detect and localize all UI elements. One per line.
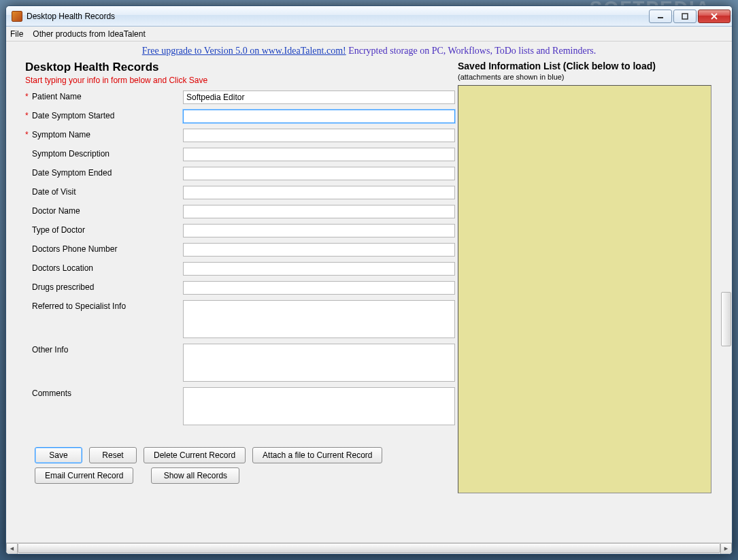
label-doctors-phone: Doctors Phone Number: [32, 244, 117, 254]
label-date-of-visit: Date of Visit: [32, 187, 76, 197]
saved-list-box[interactable]: [458, 85, 711, 493]
input-date-symptom-started[interactable]: [183, 110, 455, 123]
saved-list-panel: Saved Information List (Click below to l…: [455, 59, 732, 554]
input-drugs-prescribed[interactable]: [183, 281, 455, 295]
input-doctor-name[interactable]: [183, 205, 455, 218]
label-referred-specialist: Referred to Specialist Info: [32, 301, 126, 311]
vertical-scrollbar[interactable]: [720, 95, 732, 542]
label-other-info: Other Info: [32, 345, 68, 355]
form-panel: Desktop Health Records Start typing your…: [6, 59, 455, 554]
label-patient-name: Patient Name: [32, 92, 82, 101]
required-marker: *: [25, 111, 32, 120]
label-date-symptom-ended: Date Symptom Ended: [32, 168, 112, 178]
minimize-button[interactable]: [649, 10, 672, 23]
input-date-of-visit[interactable]: [183, 186, 455, 199]
label-doctors-location: Doctors Location: [32, 263, 93, 273]
svg-rect-1: [682, 14, 688, 19]
row-comments: Comments: [25, 387, 455, 425]
row-other-info: Other Info: [25, 344, 455, 382]
menu-other-products[interactable]: Other products from IdeaTalent: [33, 29, 145, 39]
row-date-of-visit: Date of Visit: [25, 186, 455, 199]
app-icon: [12, 11, 22, 22]
saved-list-heading: Saved Information List (Click below to l…: [458, 61, 711, 71]
required-marker: *: [25, 92, 32, 101]
button-row-1: Save Reset Delete Current Record Attach …: [25, 447, 455, 463]
row-doctors-location: Doctors Location: [25, 262, 455, 276]
input-other-info[interactable]: [183, 344, 455, 382]
maximize-button[interactable]: [673, 10, 697, 23]
scroll-track[interactable]: [18, 543, 720, 555]
row-type-of-doctor: Type of Doctor: [25, 224, 455, 237]
input-referred-specialist[interactable]: [183, 300, 455, 338]
show-all-records-button[interactable]: Show all Records: [151, 467, 239, 484]
delete-record-button[interactable]: Delete Current Record: [144, 447, 246, 463]
label-symptom-name: Symptom Name: [32, 130, 90, 139]
minimize-icon: [657, 13, 664, 20]
label-drugs-prescribed: Drugs prescribed: [32, 282, 94, 292]
form-subheading: Start typing your info in form below and…: [25, 76, 455, 85]
row-date-symptom-started: *Date Symptom Started: [25, 110, 455, 123]
titlebar[interactable]: Desktop Health Records: [6, 6, 732, 27]
input-patient-name[interactable]: [183, 90, 455, 104]
row-patient-name: *Patient Name: [25, 90, 455, 104]
row-date-symptom-ended: Date Symptom Ended: [25, 167, 455, 180]
row-referred-specialist: Referred to Specialist Info: [25, 300, 455, 338]
input-type-of-doctor[interactable]: [183, 224, 455, 237]
row-doctors-phone: Doctors Phone Number: [25, 243, 455, 257]
vertical-scroll-thumb[interactable]: [721, 292, 731, 346]
window-controls: [648, 10, 731, 23]
app-window: Desktop Health Records File Other produc…: [5, 5, 733, 555]
close-button[interactable]: [698, 10, 731, 23]
input-doctors-location[interactable]: [183, 262, 455, 276]
row-drugs-prescribed: Drugs prescribed: [25, 281, 455, 295]
label-doctor-name: Doctor Name: [32, 206, 80, 216]
label-date-symptom-started: Date Symptom Started: [32, 111, 114, 120]
horizontal-scrollbar[interactable]: ◄ ►: [6, 542, 732, 554]
input-date-symptom-ended[interactable]: [183, 167, 455, 180]
reset-button[interactable]: Reset: [89, 447, 137, 463]
horizontal-scroll-thumb[interactable]: [18, 543, 720, 553]
row-symptom-description: Symptom Description: [25, 148, 455, 161]
saved-list-sub: (attachments are shown in blue): [458, 73, 711, 81]
label-symptom-description: Symptom Description: [32, 149, 110, 159]
input-comments[interactable]: [183, 387, 455, 425]
required-marker: *: [25, 130, 32, 139]
maximize-icon: [682, 13, 688, 20]
menu-file[interactable]: File: [10, 29, 23, 39]
input-symptom-name[interactable]: [183, 129, 455, 142]
scroll-left-arrow[interactable]: ◄: [6, 543, 18, 555]
upgrade-banner: Free upgrade to Version 5.0 on www.IdeaT…: [6, 42, 732, 59]
row-symptom-name: *Symptom Name: [25, 129, 455, 142]
upgrade-link[interactable]: Free upgrade to Version 5.0 on www.IdeaT…: [142, 46, 346, 56]
close-icon: [710, 13, 718, 20]
window-title: Desktop Health Records: [27, 12, 648, 21]
input-doctors-phone[interactable]: [183, 243, 455, 257]
form-heading: Desktop Health Records: [25, 61, 455, 74]
save-button[interactable]: Save: [35, 447, 82, 463]
input-symptom-description[interactable]: [183, 148, 455, 161]
scroll-right-arrow[interactable]: ►: [720, 543, 732, 555]
content-area: Desktop Health Records Start typing your…: [6, 59, 732, 554]
label-type-of-doctor: Type of Doctor: [32, 225, 85, 235]
menubar: File Other products from IdeaTalent: [6, 27, 732, 42]
email-record-button[interactable]: Email Current Record: [35, 467, 133, 484]
row-doctor-name: Doctor Name: [25, 205, 455, 218]
attach-file-button[interactable]: Attach a file to Current Record: [252, 447, 382, 463]
banner-rest: Encrypted storage on PC, Workflows, ToDo…: [346, 46, 597, 56]
label-comments: Comments: [32, 389, 71, 398]
button-row-2: Email Current Record Show all Records: [25, 467, 455, 484]
